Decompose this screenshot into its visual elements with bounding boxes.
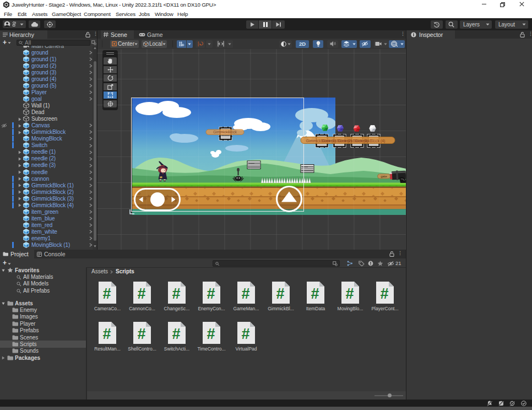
svg-text:#: # — [137, 326, 145, 342]
svg-text:gate: gate — [381, 175, 387, 178]
svg-text:#: # — [311, 285, 319, 302]
svg-text:#: # — [102, 326, 111, 342]
svg-text:#: # — [276, 285, 284, 302]
svg-text:#: # — [345, 285, 354, 302]
svg-text:#: # — [241, 285, 249, 302]
svg-text:#: # — [172, 326, 180, 342]
svg-text:#: # — [207, 326, 215, 342]
svg-text:GimmickBlock (4): GimmickBlock (4) — [355, 139, 386, 143]
svg-text:#: # — [137, 285, 145, 302]
svg-text:#: # — [241, 326, 249, 342]
svg-text:#: # — [172, 285, 180, 302]
svg-text:#: # — [102, 285, 111, 302]
svg-text:#: # — [207, 285, 215, 302]
svg-text:#: # — [380, 285, 388, 302]
